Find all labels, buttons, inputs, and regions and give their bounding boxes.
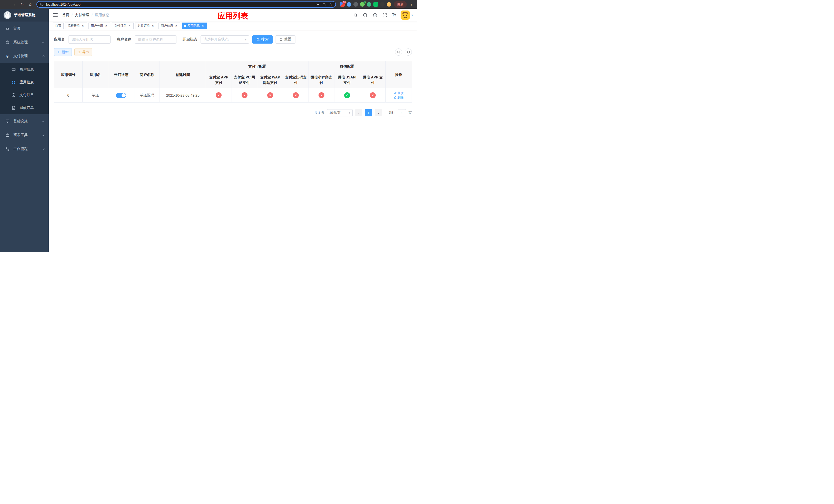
add-button[interactable]: 新增 [54,48,72,56]
user-avatar[interactable]: ▾ [401,10,413,20]
merchant-name-input[interactable] [135,36,176,44]
page-size-value: 10条/页 [329,111,341,115]
site-info-icon[interactable] [40,2,44,7]
browser-menu-icon[interactable]: ⋮ [408,1,415,8]
tag-home[interactable]: 首页 [53,23,64,29]
extension-icon-3[interactable] [353,2,358,7]
sidebar-item-pay-orders[interactable]: ¥ 支付订单 [0,89,49,101]
navbar-actions: ? TT ▾ [353,10,413,20]
font-size-icon[interactable]: TT [392,13,396,18]
forward-icon[interactable]: → [10,1,18,8]
table-row: 6 芋道 芋道源码 2021-10-23 08:49:25 × × × × × [54,88,412,102]
toggle-search-button[interactable] [395,48,402,55]
next-page-button[interactable]: › [375,109,382,116]
refresh-button[interactable] [405,48,412,55]
profile-avatar[interactable] [387,2,391,7]
enabled-check-icon: ✓ [344,92,350,98]
help-icon[interactable]: ? [372,13,377,18]
current-page[interactable]: 1 [365,109,372,116]
extension-icon-5[interactable] [367,2,371,7]
search-button[interactable]: 搜索 [253,36,272,44]
navbar: 首页 / 支付管理 / 应用信息 应用列表 ? [49,9,417,22]
bookmark-star-icon[interactable]: ☆ [328,2,333,7]
pay-order-icon: ¥ [11,93,16,97]
tag-pay-orders[interactable]: 支付订单× [112,23,134,29]
table-toolbar: 新增 导出 [54,48,412,56]
home-icon[interactable]: ⌂ [27,1,34,8]
chevron-down-icon: ▾ [349,111,350,115]
tag-label: 流程表单 [67,24,80,28]
app-logo[interactable]: 芋道管理系统 [0,9,49,22]
monitor-icon [5,119,10,123]
sidebar-item-infrastructure[interactable]: 基础设施 [0,114,49,128]
sidebar-item-system[interactable]: 系统管理 [0,36,49,49]
sidebar-item-home[interactable]: 首页 [0,22,49,36]
extension-icon-1[interactable]: 10 [340,2,345,7]
delete-button[interactable]: 删除 [394,95,404,100]
tag-label: 用户分组 [91,24,103,28]
breadcrumb-payment[interactable]: 支付管理 [75,13,89,18]
toggle-knob [122,93,126,97]
col-header-alipay-qr: 支付宝扫码支付 [283,72,309,88]
github-icon[interactable] [363,13,368,18]
back-icon[interactable]: ← [2,1,9,8]
col-header-alipay-pc: 支付宝 PC 网站支付 [232,72,257,88]
password-key-icon[interactable] [315,2,320,7]
cell-merchant: 芋道源码 [134,88,160,102]
close-icon[interactable]: × [201,24,205,28]
col-header-actions: 操作 [386,61,412,88]
app-name-input[interactable] [68,36,111,44]
breadcrumb-home[interactable]: 首页 [62,13,69,18]
tag-user-group[interactable]: 用户分组× [88,23,110,29]
extension-icon-4[interactable]: 1 [360,2,365,7]
status-toggle[interactable] [116,93,126,98]
status-label: 开启状态 [182,37,197,42]
chevron-down-icon [42,41,45,43]
export-button[interactable]: 导出 [74,48,92,56]
sidebar-item-workflow[interactable]: 工作流程 [0,142,49,156]
url-text[interactable]: localhost:1024/pay/app [46,3,313,6]
sidebar-item-dev-tools[interactable]: 研发工具 [0,128,49,142]
page-size-select[interactable]: 10条/页 ▾ [327,109,353,116]
close-icon[interactable]: × [174,24,178,28]
page-unit-label: 页 [409,111,412,115]
sidebar-item-payment[interactable]: ¥ 支付管理 [0,49,49,63]
col-group-alipay: 支付宝配置 [206,61,309,72]
edit-button[interactable]: 修改 [394,91,404,95]
reload-icon[interactable]: ↻ [19,1,26,8]
workflow-icon [5,147,10,151]
prev-page-button[interactable]: ‹ [355,109,363,116]
update-button[interactable]: 更新 [394,1,407,8]
tag-refund-orders[interactable]: 退款订单× [135,23,157,29]
fullscreen-icon[interactable] [382,13,387,18]
extension-badge: 10 [343,1,347,4]
close-icon[interactable]: × [104,24,108,28]
extension-icon-2[interactable] [347,2,351,7]
sidebar-item-merchant-info[interactable]: 商户信息 [0,63,49,76]
goto-page-input[interactable] [398,109,406,116]
tag-label: 退款订单 [137,24,150,28]
col-header-wechat-jsapi: 微信 JSAPI 支付 [334,72,360,88]
tag-label: 应用信息 [188,24,200,28]
close-icon[interactable]: × [151,24,155,28]
app-title: 芋道管理系统 [14,13,36,18]
status-select[interactable]: 请选择开启状态 ▾ [201,36,249,44]
close-icon[interactable]: × [128,24,131,28]
sidebar-item-app-info[interactable]: 应用信息 [0,76,49,89]
share-icon[interactable] [322,2,326,7]
sidebar-item-refund-orders[interactable]: 退款订单 [0,101,49,114]
extension-icon-7[interactable] [380,2,385,7]
sidebar: 芋道管理系统 首页 系统管理 ¥ 支付管理 [0,9,49,252]
extension-icon-6[interactable] [373,2,378,7]
tag-process-form[interactable]: 流程表单× [65,23,87,29]
hamburger-icon[interactable] [53,13,58,18]
tag-merchant-info[interactable]: 商户信息× [158,23,180,29]
tag-app-info[interactable]: 应用信息× [182,23,207,29]
search-icon[interactable] [353,13,358,18]
close-icon[interactable]: × [81,24,85,28]
chevron-down-icon [42,120,45,122]
sidebar-item-label: 首页 [13,26,21,31]
cell-actions: 修改 删除 [386,88,412,102]
reset-button[interactable]: 重置 [275,36,295,44]
address-bar[interactable]: localhost:1024/pay/app ☆ [37,1,336,8]
